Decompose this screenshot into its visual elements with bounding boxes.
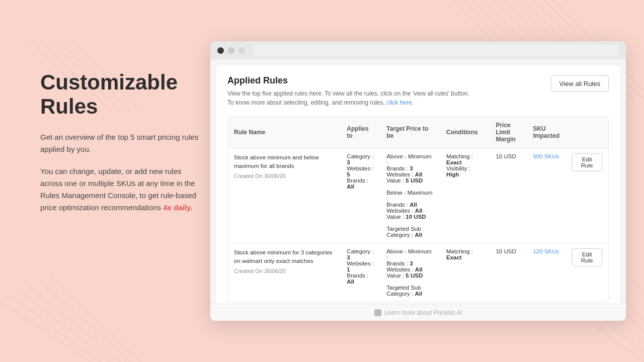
browser-titlebar [210,41,626,59]
desc-line2: To know more about selecting, editing, a… [227,99,385,106]
rules-table-wrapper: Rule Name Applies to Target Price to be … [227,116,609,302]
minimize-dot[interactable] [228,47,234,54]
col-target-price: Target Price to be [380,117,440,148]
svg-line-22 [0,302,91,362]
desc-line1: View the top five applied rules here. To… [227,90,469,97]
edit-rule-1-button[interactable]: Edit Rule [572,153,602,171]
row1-applies-to: Category : 3 Websites : 5 Brands : All [341,148,380,243]
section-title: Applied Rules [227,75,469,86]
click-here-link[interactable]: click here. [386,99,414,106]
row1-sku-impacted: 500 SKUs [527,148,566,243]
view-all-button[interactable]: View all Rules [551,75,609,92]
section-info: Applied Rules View the top five applied … [227,75,469,107]
maximize-dot[interactable] [238,47,245,54]
col-rule-name: Rule Name [228,117,341,148]
row1-edit: Edit Rule [566,148,608,243]
table-row: Stock above minimum and below maximum fo… [228,148,608,243]
subtitle-2: You can change, update, or add new rules… [40,165,201,214]
row2-price-limit: 10 USD [490,243,527,302]
subtitle-1: Get an overview of the top 5 smart prici… [40,131,201,155]
highlight-text: 4x daily. [163,203,192,212]
close-dot[interactable] [217,47,224,54]
row2-applies-to: Category : 3 Websites : 1 Brands : All [341,243,380,302]
row2-sku-impacted: 120 SKUs [527,243,566,302]
bottom-bar-text: Learn more about Pricelist.AI [384,309,462,315]
table-header-row: Rule Name Applies to Target Price to be … [228,117,608,148]
svg-line-27 [50,277,141,362]
row1-target-price: Above - Minimum : Brands : 3 Websites : … [380,148,440,243]
bottom-icon [374,309,381,315]
col-sku-impacted: SKUImpacted [527,117,566,148]
rules-table: Rule Name Applies to Target Price to be … [228,117,608,302]
edit-rule-2-button[interactable]: Edit Rule [572,248,602,266]
row2-edit: Edit Rule [566,243,608,302]
svg-line-25 [30,287,121,362]
browser-window: Applied Rules View the top five applied … [210,41,626,321]
section-desc: View the top five applied rules here. To… [227,89,469,107]
section-header: Applied Rules View the top five applied … [227,75,609,107]
row1-price-limit: 10 USD [490,148,527,243]
svg-line-23 [10,297,101,362]
address-bar [253,45,619,56]
col-applies-to: Applies to [341,117,380,148]
col-actions [566,117,608,148]
row1-rule-name: Stock above minimum and below maximum fo… [228,148,341,243]
svg-line-24 [20,292,111,362]
row2-target-price: Above - Minimum : Brands : 3 Websites : … [380,243,440,302]
main-title: Customizable Rules [40,70,201,119]
browser-content: Applied Rules View the top five applied … [216,65,620,315]
left-panel: Customizable Rules Get an overview of th… [40,70,201,224]
table-row: Stock above minimum for 3 categories on … [228,243,608,302]
row1-conditions: Matching : Exact Visibility : High [440,148,490,243]
col-price-limit: Price LimitMargin [490,117,527,148]
bottom-bar: Learn more about Pricelist.AI [216,304,620,315]
col-conditions: Conditions [440,117,490,148]
svg-line-26 [40,282,131,362]
row2-conditions: Matching : Exact [440,243,490,302]
row2-rule-name: Stock above minimum for 3 categories on … [228,243,341,302]
